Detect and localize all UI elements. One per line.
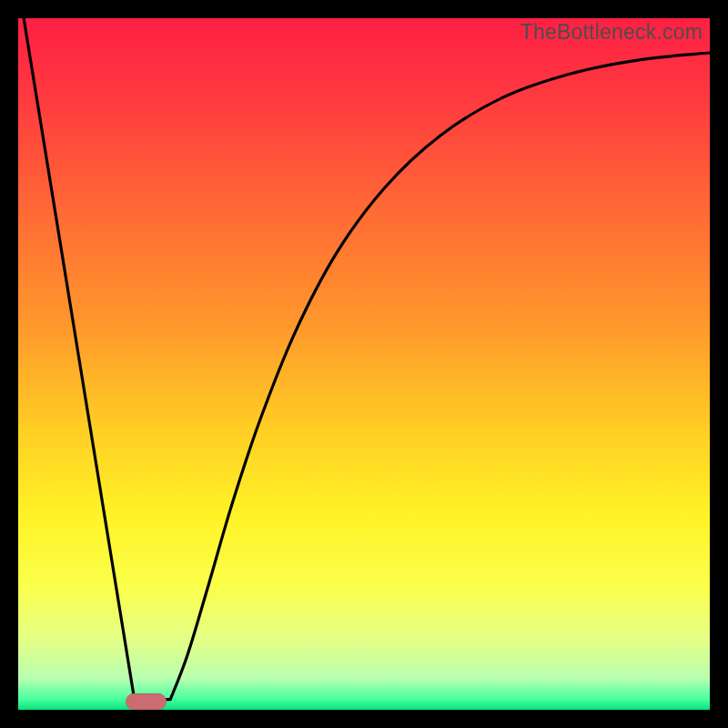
stage: TheBottleneck.com <box>0 0 728 728</box>
optimal-marker <box>126 693 167 710</box>
background-gradient <box>18 18 710 710</box>
plot-frame: TheBottleneck.com <box>18 18 710 710</box>
svg-rect-0 <box>18 18 710 710</box>
watermark-text: TheBottleneck.com <box>521 20 703 45</box>
